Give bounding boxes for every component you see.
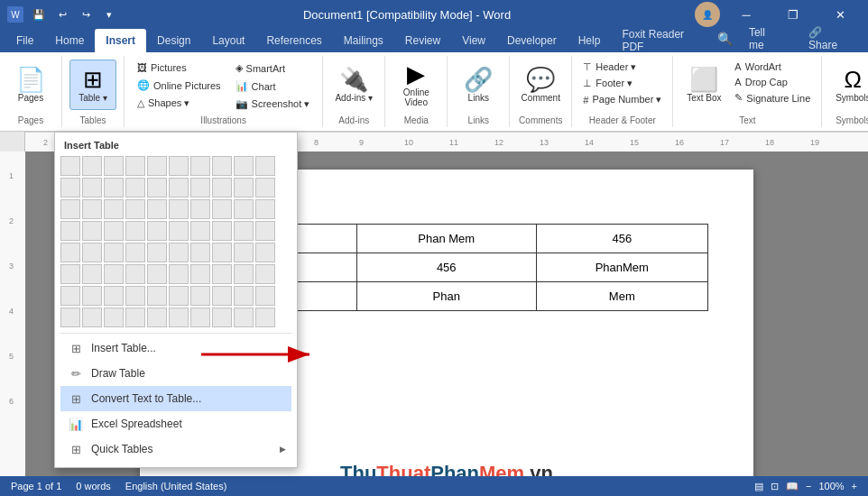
grid-cell[interactable]	[190, 286, 210, 306]
grid-cell[interactable]	[125, 264, 145, 284]
grid-cell[interactable]	[234, 243, 254, 262]
online-video-button[interactable]: ▶ Online Video	[392, 60, 439, 110]
grid-cell[interactable]	[104, 199, 124, 219]
tab-help[interactable]: Help	[568, 29, 612, 52]
wordart-button[interactable]: A WordArt	[731, 60, 814, 74]
grid-cell[interactable]	[82, 199, 102, 219]
grid-cell[interactable]	[125, 286, 145, 306]
close-button[interactable]: ✕	[819, 0, 861, 29]
tab-home[interactable]: Home	[44, 29, 95, 52]
signline-button[interactable]: ✎ Signature Line	[731, 90, 814, 106]
grid-cell[interactable]	[212, 308, 232, 327]
zoom-out[interactable]: −	[806, 481, 811, 491]
grid-cell[interactable]	[125, 243, 145, 262]
grid-cell[interactable]	[234, 221, 254, 241]
dropcap-button[interactable]: A Drop Cap	[731, 75, 814, 89]
grid-cell[interactable]	[212, 156, 232, 176]
zoom-in[interactable]: +	[852, 481, 857, 491]
save-button[interactable]: 💾	[29, 5, 49, 24]
grid-cell[interactable]	[104, 156, 124, 176]
quick-tables-menu-item[interactable]: ⊞ Quick Tables	[60, 436, 291, 462]
grid-cell[interactable]	[255, 243, 275, 262]
grid-cell[interactable]	[60, 286, 80, 306]
tab-view[interactable]: View	[451, 29, 496, 52]
customize-qa-button[interactable]: ▾	[99, 5, 119, 24]
pages-button[interactable]: 📄 Pages	[7, 60, 54, 110]
grid-cell[interactable]	[234, 178, 254, 197]
grid-cell[interactable]	[60, 199, 80, 219]
grid-cell[interactable]	[104, 221, 124, 241]
grid-cell[interactable]	[104, 243, 124, 262]
tab-insert[interactable]: Insert	[95, 29, 146, 52]
grid-cell[interactable]	[147, 156, 167, 176]
view-mode-web[interactable]: ⊡	[771, 481, 779, 492]
grid-cell[interactable]	[190, 178, 210, 197]
tab-developer[interactable]: Developer	[496, 29, 568, 52]
footer-button[interactable]: ⊥ Footer ▾	[579, 76, 665, 91]
grid-cell[interactable]	[212, 178, 232, 197]
tab-layout[interactable]: Layout	[201, 29, 255, 52]
table-grid[interactable]	[60, 156, 291, 327]
grid-cell[interactable]	[190, 156, 210, 176]
convert-text-menu-item[interactable]: ⊞ Convert Text to Table...	[60, 386, 291, 411]
grid-cell[interactable]	[169, 156, 189, 176]
grid-cell[interactable]	[82, 243, 102, 262]
grid-cell[interactable]	[169, 221, 189, 241]
grid-cell[interactable]	[212, 264, 232, 284]
search-icon[interactable]: 🔍	[717, 32, 733, 46]
undo-button[interactable]: ↩	[52, 5, 72, 24]
grid-cell[interactable]	[169, 308, 189, 327]
grid-cell[interactable]	[60, 178, 80, 197]
grid-cell[interactable]	[125, 221, 145, 241]
restore-button[interactable]: ❐	[772, 0, 814, 29]
grid-cell[interactable]	[169, 286, 189, 306]
grid-cell[interactable]	[125, 178, 145, 197]
grid-cell[interactable]	[147, 178, 167, 197]
grid-cell[interactable]	[234, 199, 254, 219]
grid-cell[interactable]	[82, 156, 102, 176]
grid-cell[interactable]	[255, 308, 275, 327]
online-pictures-button[interactable]: 🌐 Online Pictures	[132, 77, 226, 94]
grid-cell[interactable]	[60, 221, 80, 241]
grid-cell[interactable]	[147, 221, 167, 241]
grid-cell[interactable]	[190, 243, 210, 262]
links-button[interactable]: 🔗 Links	[455, 60, 502, 110]
tab-file[interactable]: File	[5, 29, 44, 52]
tell-me-button[interactable]: Tell me	[738, 27, 792, 51]
redo-button[interactable]: ↪	[76, 5, 96, 24]
grid-cell[interactable]	[190, 199, 210, 219]
header-button[interactable]: ⊤ Header ▾	[579, 60, 665, 75]
comment-button[interactable]: 💬 Comment	[517, 60, 564, 110]
grid-cell[interactable]	[60, 308, 80, 327]
grid-cell[interactable]	[234, 156, 254, 176]
grid-cell[interactable]	[234, 308, 254, 327]
draw-table-menu-item[interactable]: ✏ Draw Table	[60, 361, 291, 386]
grid-cell[interactable]	[147, 286, 167, 306]
textbox-button[interactable]: ⬜ Text Box	[680, 60, 727, 110]
grid-cell[interactable]	[82, 286, 102, 306]
grid-cell[interactable]	[60, 243, 80, 262]
grid-cell[interactable]	[255, 199, 275, 219]
minimize-button[interactable]: ─	[725, 0, 767, 29]
grid-cell[interactable]	[255, 178, 275, 197]
grid-cell[interactable]	[212, 243, 232, 262]
grid-cell[interactable]	[212, 199, 232, 219]
grid-cell[interactable]	[255, 286, 275, 306]
grid-cell[interactable]	[169, 178, 189, 197]
symbols-button[interactable]: Ω Symbols	[829, 60, 868, 110]
grid-cell[interactable]	[147, 243, 167, 262]
grid-cell[interactable]	[60, 156, 80, 176]
grid-cell[interactable]	[169, 243, 189, 262]
grid-cell[interactable]	[212, 286, 232, 306]
smartart-button[interactable]: ◈ SmartArt	[230, 60, 316, 77]
tab-foxit[interactable]: Foxit Reader PDF	[611, 29, 717, 52]
grid-cell[interactable]	[104, 264, 124, 284]
grid-cell[interactable]	[234, 264, 254, 284]
grid-cell[interactable]	[82, 264, 102, 284]
grid-cell[interactable]	[234, 286, 254, 306]
grid-cell[interactable]	[255, 156, 275, 176]
addins-button[interactable]: 🔌 Add-ins ▾	[330, 60, 377, 110]
tab-mailings[interactable]: Mailings	[333, 29, 394, 52]
shapes-button[interactable]: △ Shapes ▾	[132, 95, 226, 112]
page-number-button[interactable]: # Page Number ▾	[579, 92, 665, 107]
